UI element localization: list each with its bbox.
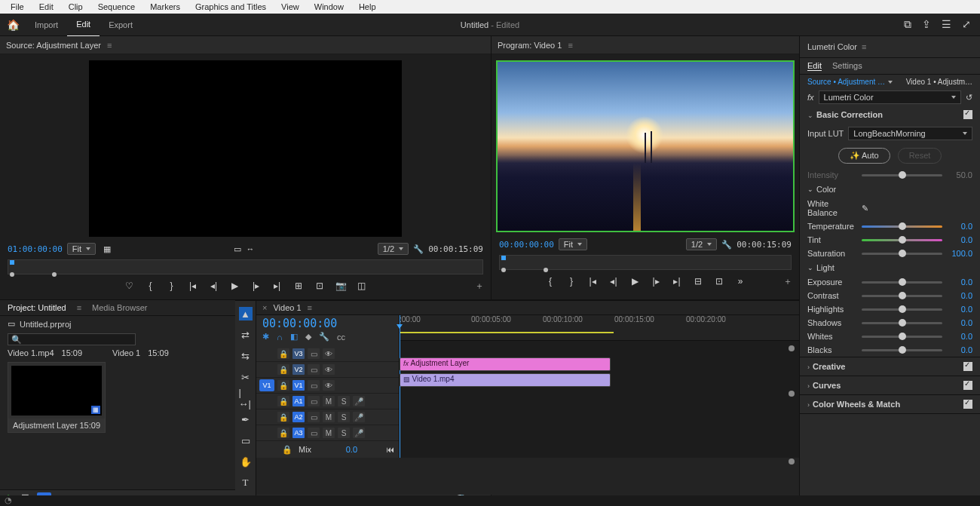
timeline-close-icon[interactable]: × [262,303,267,312]
con-slider[interactable] [862,295,942,297]
workspace-menu-icon[interactable]: ☰ [942,18,951,31]
scroll-handle[interactable] [789,345,795,351]
menu-view[interactable]: View [274,1,307,13]
quick-export-icon[interactable]: ⧉ [904,18,911,31]
program-in-tc[interactable]: 00:00:00:00 [499,240,554,250]
subsection-light[interactable]: Light [816,263,835,272]
bin-item-adjustment[interactable]: ▦ Adjustment Layer15:09 [8,362,106,433]
source-wrench-icon[interactable]: 🔧 [413,244,424,254]
mix-value[interactable]: 0.0 [346,445,357,454]
sync-lock-icon[interactable]: ▭ [308,380,320,391]
slip-tool-icon[interactable]: |↔| [239,391,253,405]
rectangle-tool-icon[interactable]: ▭ [239,434,253,447]
section-basic[interactable]: Basic Correction [816,110,883,119]
lock-icon[interactable]: 🔒 [277,348,289,359]
comparison-icon[interactable]: ◫ [357,281,367,291]
caption-icon[interactable]: cc [337,333,345,342]
ripple-tool-icon[interactable]: ⇆ [239,349,253,363]
track-v1[interactable]: V1🔒V1▭👁 [256,378,399,394]
voice-icon[interactable]: 🎤 [353,396,365,406]
source-marker-out-icon[interactable]: ▭ [234,244,241,254]
target-a3[interactable]: A3 [292,428,305,438]
step-back-icon[interactable]: ◂| [209,281,219,291]
prog-step-back-icon[interactable]: ◂| [608,276,619,287]
fullscreen-icon[interactable]: ⤢ [962,18,971,31]
temp-slider[interactable] [862,225,942,228]
linked-sel-icon[interactable]: ∩ [277,333,283,342]
overwrite-icon[interactable]: ⊡ [314,281,325,291]
add-marker-tl-icon[interactable]: ◆ [305,332,311,342]
prog-extract-icon[interactable]: ⊡ [714,276,724,287]
sh-slider[interactable] [862,322,942,324]
source-viewport[interactable] [89,60,402,237]
temp-value[interactable]: 0.0 [947,222,972,231]
lumetri-tab-edit[interactable]: Edit [807,61,822,71]
voice-icon[interactable]: 🎤 [353,428,365,438]
target-a2[interactable]: A2 [292,412,305,422]
sat-slider[interactable] [862,253,942,255]
lock-icon[interactable]: 🔒 [277,364,289,375]
timeline-menu-icon[interactable]: ≡ [308,303,312,312]
track-select-tool-icon[interactable]: ⇄ [239,328,253,342]
target-v2[interactable]: V2 [292,364,305,375]
lumetri-tab-settings[interactable]: Settings [832,61,862,71]
lock-icon[interactable]: 🔒 [277,428,289,438]
exp-value[interactable]: 0.0 [947,278,972,287]
goto-out-icon[interactable]: ▸| [272,281,283,291]
lumetri-menu-icon[interactable]: ≡ [862,42,866,51]
insert-icon[interactable]: ⊞ [293,281,304,291]
source-settings-icon[interactable]: ▦ [103,244,111,254]
hand-tool-icon[interactable]: ✋ [239,455,253,468]
eye-icon[interactable]: 👁 [323,348,335,359]
solo-icon[interactable]: S [338,428,350,438]
timeline-tc[interactable]: 00:00:00:00 [256,315,399,332]
prog-lift-icon[interactable]: ⊟ [693,276,703,287]
selection-tool-icon[interactable]: ▲ [239,307,253,320]
mute-icon[interactable]: M [323,396,335,406]
wheels-toggle-checkbox[interactable] [963,400,972,409]
eyedropper-icon[interactable]: ✎ [862,204,868,213]
target-a1[interactable]: A1 [292,396,305,406]
lumetri-source-label[interactable]: Source • Adjustment … [807,78,885,86]
program-scrubber[interactable] [499,255,792,270]
con-value[interactable]: 0.0 [947,291,972,300]
menu-help[interactable]: Help [351,1,384,13]
fx-badge-icon[interactable]: fx [807,93,814,102]
program-res-select[interactable]: 1/2 [686,238,717,250]
export-frame-icon[interactable]: 📷 [335,281,346,291]
prog-play-icon[interactable]: ▶ [629,276,640,287]
marker-span-icon[interactable]: ◧ [290,332,298,342]
prog-mark-in-icon[interactable]: { [545,276,556,287]
source-res-select[interactable]: 1/2 [378,243,409,255]
menu-markers[interactable]: Markers [142,1,188,13]
source-scrubber[interactable] [8,259,483,274]
goto-in-icon[interactable]: |◂ [188,281,198,291]
reset-button[interactable]: Reset [898,148,942,164]
tab-import[interactable]: Import [26,14,67,36]
bl-value[interactable]: 0.0 [947,345,972,354]
target-v3[interactable]: V3 [292,348,305,359]
source-menu-icon[interactable]: ≡ [107,41,112,50]
eye-icon[interactable]: 👁 [323,380,335,391]
bl-slider[interactable] [862,349,942,351]
collapse-icon[interactable]: ⏮ [386,445,394,454]
mark-in-icon[interactable]: { [145,281,156,291]
creative-toggle-checkbox[interactable] [963,362,972,371]
clip-video1[interactable]: ▧ Video 1.mp4 [400,373,611,387]
mix-track[interactable]: 🔒Mix0.0⏮ [256,441,399,458]
menu-edit[interactable]: Edit [32,1,61,13]
button-editor-icon[interactable]: ＋ [474,280,485,293]
program-wrench-icon[interactable]: 🔧 [721,240,732,250]
fx-reset-icon[interactable]: ↺ [966,93,972,103]
track-a1[interactable]: 🔒A1▭MS🎤 [256,394,399,409]
lock-icon[interactable]: 🔒 [277,396,289,406]
hi-slider[interactable] [862,308,942,311]
sync-lock-icon[interactable]: ▭ [308,412,320,422]
sat-value[interactable]: 100.0 [947,249,972,258]
tint-value[interactable]: 0.0 [947,235,972,244]
prog-goto-out-icon[interactable]: ▸| [672,276,682,287]
tab-media-browser[interactable]: Media Browser [92,303,147,312]
prog-mark-out-icon[interactable]: } [566,276,577,287]
program-viewport[interactable] [496,60,795,232]
track-v3[interactable]: 🔒V3▭👁 [256,346,399,362]
